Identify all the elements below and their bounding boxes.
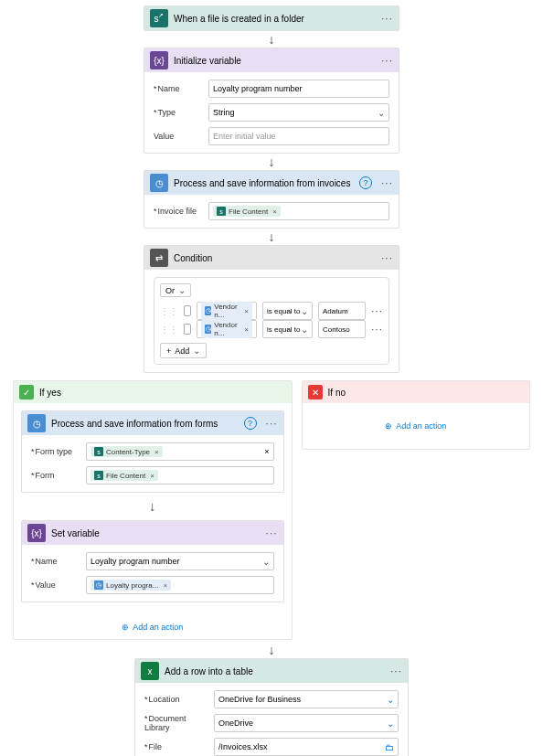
trigger-card[interactable]: s↗ When a file is created in a folder ··… [144, 5, 399, 31]
add-icon: ⊕ [122, 623, 129, 632]
chevron-down-icon: ⌄ [262, 557, 270, 567]
grip-icon[interactable]: ⋮⋮ [160, 306, 178, 316]
document-icon: ◷ [27, 414, 46, 432]
file-content-token[interactable]: sFile Content× [213, 206, 281, 217]
chevron-down-icon: ⌄ [387, 695, 394, 705]
form-type-label: Form type [31, 447, 80, 456]
location-label: Location [144, 695, 208, 704]
document-icon: ◷ [150, 174, 168, 192]
file-content-token[interactable]: sFile Content× [90, 470, 158, 481]
remove-token-icon[interactable]: × [154, 448, 159, 456]
and-or-select[interactable]: Or⌄ [160, 283, 191, 297]
excel-header[interactable]: x Add a row into a table ··· [135, 659, 408, 683]
clear-icon[interactable]: × [264, 447, 269, 456]
variable-icon: {x} [27, 524, 46, 542]
row-checkbox[interactable] [184, 305, 191, 316]
operator-select[interactable]: is equal to⌄ [262, 302, 313, 320]
process-invoices-card: ◷ Process and save information from invo… [144, 170, 399, 229]
cross-icon: ✕ [308, 385, 323, 399]
menu-icon[interactable]: ··· [381, 176, 393, 189]
location-select[interactable]: OneDrive for Business⌄ [214, 690, 399, 708]
invoice-file-label: Invoice file [154, 207, 203, 216]
value-input[interactable]: Enter initial value [208, 127, 389, 145]
form-type-input[interactable]: sContent-Type× × [86, 442, 274, 461]
init-var-header[interactable]: {x} Initialize variable ··· [144, 48, 399, 72]
add-action-yes[interactable]: ⊕Add an action [122, 623, 183, 632]
type-label: Type [154, 108, 203, 117]
init-var-title: Initialize variable [174, 56, 241, 66]
excel-card: x Add a row into a table ··· Location On… [134, 658, 409, 756]
menu-icon[interactable]: ··· [266, 527, 278, 539]
left-operand[interactable]: ◷Vendor n...× [197, 320, 257, 338]
arrow-icon: ↓ [144, 33, 399, 46]
arrow-icon: ↓ [0, 644, 543, 656]
type-select[interactable]: String⌄ [208, 103, 389, 122]
condition-row: ⋮⋮◷Vendor n...×is equal to⌄Contoso··· [160, 320, 383, 338]
content-type-token[interactable]: sContent-Type× [90, 446, 163, 457]
excel-title: Add a row into a table [165, 666, 253, 676]
remove-token-icon[interactable]: × [272, 208, 277, 216]
arrow-icon: ↓ [149, 500, 155, 513]
variable-icon: {x} [150, 51, 168, 69]
condition-row: ⋮⋮◷Vendor n...×is equal to⌄Adatum··· [160, 302, 383, 320]
row-menu-icon[interactable]: ··· [371, 323, 383, 335]
value-label: Value [154, 132, 203, 141]
set-var-card: {x} Set variable ··· Name Loyalty progra… [21, 520, 284, 602]
grip-icon[interactable]: ⋮⋮ [160, 325, 178, 335]
doclib-select[interactable]: OneDrive⌄ [214, 714, 399, 732]
menu-icon[interactable]: ··· [381, 54, 393, 67]
chevron-down-icon: ⌄ [378, 108, 385, 118]
invoice-file-input[interactable]: sFile Content× [208, 202, 389, 220]
menu-icon[interactable]: ··· [390, 665, 402, 677]
condition-card: ⇄ Condition ··· Or⌄ ⋮⋮◷Vendor n...×is eq… [144, 245, 399, 373]
doclib-label: Document Library [144, 714, 208, 732]
condition-header[interactable]: ⇄ Condition ··· [144, 246, 399, 270]
form-label: Form [31, 471, 80, 480]
process-forms-header[interactable]: ◷ Process and save information from form… [22, 411, 283, 435]
name-label: Name [154, 84, 203, 93]
add-action-no[interactable]: ⊕Add an action [385, 421, 446, 431]
add-condition-button[interactable]: +Add⌄ [160, 343, 207, 358]
form-input[interactable]: sFile Content× [86, 466, 274, 484]
left-operand[interactable]: ◷Vendor n...× [197, 302, 257, 320]
right-operand[interactable]: Adatum [318, 302, 366, 320]
check-icon: ✓ [19, 385, 34, 399]
condition-title: Condition [174, 253, 212, 263]
menu-icon[interactable]: ··· [381, 251, 393, 264]
trigger-title: When a file is created in a folder [174, 14, 304, 24]
help-icon[interactable]: ? [244, 417, 257, 430]
name-select[interactable]: Loyalty program number⌄ [86, 552, 274, 570]
file-label: File [144, 742, 208, 751]
set-var-header[interactable]: {x} Set variable ··· [22, 521, 283, 545]
menu-icon[interactable]: ··· [266, 417, 278, 430]
condition-group: Or⌄ ⋮⋮◷Vendor n...×is equal to⌄Adatum···… [154, 277, 389, 365]
yes-branch: ✓ If yes ◷ Process and save information … [13, 380, 293, 640]
remove-token-icon[interactable]: × [163, 581, 167, 590]
no-header[interactable]: ✕ If no [303, 381, 529, 403]
name-input[interactable]: Loyalty program number [208, 80, 389, 98]
yes-header[interactable]: ✓ If yes [14, 381, 292, 403]
value-input[interactable]: ◷Loyalty progra...× [86, 576, 274, 594]
folder-icon[interactable]: 🗀 [385, 742, 394, 752]
no-branch: ✕ If no ⊕Add an action [302, 380, 530, 450]
process-invoices-header[interactable]: ◷ Process and save information from invo… [144, 171, 399, 195]
menu-icon[interactable]: ··· [381, 12, 393, 25]
chevron-down-icon: ⌄ [387, 719, 394, 729]
row-menu-icon[interactable]: ··· [371, 304, 383, 317]
row-checkbox[interactable] [184, 324, 191, 335]
sharepoint-icon: s↗ [150, 9, 168, 27]
arrow-icon: ↓ [144, 230, 399, 243]
file-input[interactable]: /Invoices.xlsx🗀 [214, 738, 399, 756]
name-label: Name [31, 557, 80, 566]
no-label: If no [328, 388, 346, 398]
process-forms-title: Process and save information from forms [51, 419, 218, 429]
value-label: Value [31, 580, 80, 590]
remove-token-icon[interactable]: × [150, 472, 154, 480]
init-var-card: {x} Initialize variable ··· Name Loyalty… [144, 48, 399, 154]
excel-icon: x [141, 662, 159, 680]
yes-label: If yes [39, 388, 61, 398]
loyalty-token[interactable]: ◷Loyalty progra...× [90, 580, 171, 591]
right-operand[interactable]: Contoso [318, 320, 366, 338]
operator-select[interactable]: is equal to⌄ [262, 320, 313, 338]
help-icon[interactable]: ? [359, 176, 372, 189]
